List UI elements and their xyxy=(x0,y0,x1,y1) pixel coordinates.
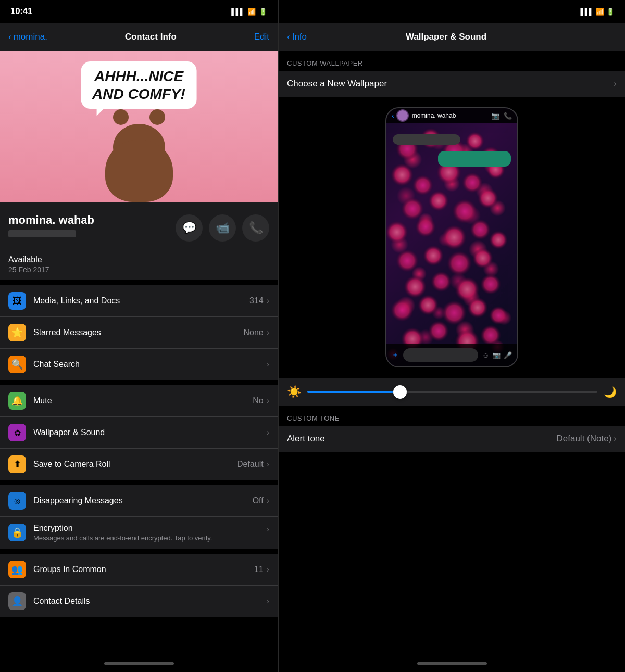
svg-point-3 xyxy=(466,132,484,150)
svg-point-13 xyxy=(478,188,498,209)
mute-chevron: › xyxy=(267,396,269,405)
preview-contact-name: momina. wahab xyxy=(412,112,491,119)
svg-point-12 xyxy=(452,199,477,224)
svg-point-15 xyxy=(415,217,436,237)
menu-item-media[interactable]: 🖼 Media, Links, and Docs 314 › xyxy=(0,285,278,317)
preview-video-icon: 📷 xyxy=(491,112,499,120)
left-back-button[interactable]: ‹ momina. xyxy=(8,32,47,42)
disappearing-chevron: › xyxy=(267,496,269,505)
media-icon: 🖼 xyxy=(8,292,26,310)
right-home-indicator xyxy=(279,654,625,672)
profile-name: momina. wahab xyxy=(8,213,94,227)
wallpaper-sound-label: Wallpaper & Sound xyxy=(33,428,267,437)
call-button[interactable]: 📞 xyxy=(242,214,269,242)
menu-item-disappearing[interactable]: ◎ Disappearing Messages Off › xyxy=(0,485,278,517)
svg-point-29 xyxy=(442,300,467,325)
brightness-slider-thumb[interactable] xyxy=(393,385,407,399)
encryption-chevron: › xyxy=(267,525,269,534)
right-signal-icon: ▌▌▌ xyxy=(580,8,593,16)
section-gap-1 xyxy=(0,280,278,285)
right-wifi-icon: 📶 xyxy=(596,8,604,16)
left-edit-button[interactable]: Edit xyxy=(254,32,269,42)
alert-tone-row[interactable]: Alert tone Default (Note) › xyxy=(279,426,625,452)
svg-point-33 xyxy=(428,321,449,341)
save-camera-value: Default xyxy=(237,460,264,469)
alert-tone-right: Default (Note) › xyxy=(557,434,617,444)
alert-tone-chevron: › xyxy=(614,434,617,444)
menu-item-wallpaper[interactable]: ✿ Wallpaper & Sound › xyxy=(0,417,278,449)
svg-point-23 xyxy=(404,275,427,298)
choose-wallpaper-chevron: › xyxy=(614,79,617,89)
section-gap-4 xyxy=(0,549,278,554)
svg-point-8 xyxy=(462,172,483,193)
svg-point-22 xyxy=(472,248,493,269)
right-back-button[interactable]: ‹ Info xyxy=(287,32,307,42)
preview-text-input xyxy=(403,348,478,362)
right-back-chevron: ‹ xyxy=(287,32,290,42)
svg-point-17 xyxy=(470,219,491,240)
right-status-bar: 10:41 ▌▌▌ 📶 🔋 xyxy=(279,0,625,23)
bear-figure xyxy=(97,119,181,202)
preview-mic-icon: 🎤 xyxy=(504,351,512,359)
menu-item-starred[interactable]: ⭐ Starred Messages None › xyxy=(0,317,278,349)
groups-chevron: › xyxy=(267,565,269,574)
bear-ear-left xyxy=(113,109,129,125)
preview-toolbar-icons: ☺ 📷 🎤 xyxy=(482,351,512,359)
menu-item-encryption[interactable]: 🔒 Encryption Messages and calls are end-… xyxy=(0,517,278,549)
menu-section-1: 🖼 Media, Links, and Docs 314 › ⭐ Starred… xyxy=(0,285,278,380)
media-label: Media, Links, and Docs xyxy=(33,296,249,306)
left-nav-title: Contact Info xyxy=(125,32,177,42)
disappearing-icon: ◎ xyxy=(8,492,26,510)
chat-search-chevron: › xyxy=(267,360,269,369)
preview-avatar-inner xyxy=(397,110,408,121)
chat-search-label: Chat Search xyxy=(33,360,267,369)
starred-label: Starred Messages xyxy=(33,328,243,337)
left-battery-icon: 🔋 xyxy=(259,8,267,16)
svg-point-20 xyxy=(423,245,444,266)
brightness-slider-fill xyxy=(307,391,400,393)
video-button[interactable]: 📹 xyxy=(209,214,236,242)
menu-item-contact-details[interactable]: 👤 Contact Details › xyxy=(0,586,278,617)
bear-ear-right xyxy=(149,109,165,125)
left-panel: 10:41 ▌▌▌ 📶 🔋 ‹ momina. Contact Info Edi… xyxy=(0,0,278,672)
right-status-icons: ▌▌▌ 📶 🔋 xyxy=(580,7,615,16)
svg-point-18 xyxy=(489,231,508,249)
starred-icon: ⭐ xyxy=(8,324,26,341)
right-home-bar xyxy=(417,662,487,665)
wallpaper-sound-icon: ✿ xyxy=(8,424,26,441)
profile-banner: AHHH...NICEAND COMFY! xyxy=(0,51,278,202)
availability-date: 25 Feb 2017 xyxy=(8,265,269,274)
left-signal-icon: ▌▌▌ xyxy=(231,8,244,16)
mute-label: Mute xyxy=(33,396,253,405)
svg-point-5 xyxy=(391,163,414,186)
section-gap-2 xyxy=(0,380,278,385)
save-camera-icon: ⬆ xyxy=(8,455,26,473)
svg-point-16 xyxy=(442,225,467,250)
encryption-sub: Messages and calls are end-to-end encryp… xyxy=(33,534,267,542)
save-camera-label: Save to Camera Roll xyxy=(33,460,237,469)
menu-item-chat-search[interactable]: 🔍 Chat Search › xyxy=(0,349,278,380)
svg-point-21 xyxy=(447,251,472,276)
right-nav-bar: ‹ Info Wallpaper & Sound xyxy=(279,23,625,51)
preview-chat-toolbar: ＋ ☺ 📷 🎤 xyxy=(386,344,517,366)
menu-item-mute[interactable]: 🔔 Mute No › xyxy=(0,385,278,417)
contact-details-label: Contact Details xyxy=(33,597,267,606)
wallpaper-preview-phone: ‹ momina. wahab 📷 📞 xyxy=(385,107,518,367)
message-button[interactable]: 💬 xyxy=(176,214,203,242)
brightness-row: ☀️ 🌙 xyxy=(279,378,625,406)
choose-wallpaper-row[interactable]: Choose a New Wallpaper › xyxy=(279,71,625,97)
left-time: 10:41 xyxy=(10,6,32,17)
wallpaper-preview-container: ‹ momina. wahab 📷 📞 xyxy=(279,97,625,378)
profile-actions: 💬 📹 📞 xyxy=(176,214,269,242)
profile-number-redacted xyxy=(8,230,76,237)
right-time: 10:41 xyxy=(289,7,310,16)
left-home-indicator xyxy=(0,654,278,672)
contact-details-icon: 👤 xyxy=(8,592,26,610)
menu-item-groups[interactable]: 👥 Groups In Common 11 › xyxy=(0,554,278,586)
brightness-slider-track[interactable] xyxy=(307,391,597,393)
availability-row: Available 25 Feb 2017 xyxy=(0,249,278,280)
alert-tone-value: Default (Note) xyxy=(557,434,612,444)
encryption-icon: 🔒 xyxy=(8,524,26,541)
left-back-chevron: ‹ xyxy=(8,32,11,42)
menu-item-save-camera[interactable]: ⬆ Save to Camera Roll Default › xyxy=(0,449,278,480)
